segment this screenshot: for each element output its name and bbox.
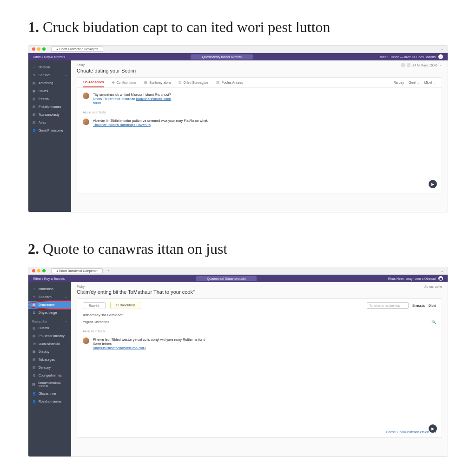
sidebar-item-label: Rosainomaome <box>39 400 61 403</box>
tabbar-action[interactable]: Gonl ⌄ <box>409 81 420 84</box>
sidebar-item-label: Glavasnnne <box>39 392 56 395</box>
brand-breadcrumb[interactable]: Rithel / Roy-u Teodals <box>33 277 65 280</box>
sidebar-item-label: Pirems <box>39 97 49 100</box>
sidebar-item[interactable]: 👤Rosainomaome <box>28 397 71 405</box>
sidebar-item-icon: ▦ <box>32 89 36 93</box>
tab-overflow-icon[interactable]: ⌄ <box>441 269 444 273</box>
sidebar-item[interactable]: ▤Tsunsanotesty <box>28 111 71 119</box>
sidebar-item[interactable]: 👤Gomt Phensome <box>28 126 71 134</box>
window-titlebar: ● Chart Foametion Novagten + ⌄ <box>28 46 448 53</box>
tab-overflow-icon[interactable]: ⌄ <box>441 47 444 51</box>
sidebar-section-head[interactable]: Ramsothe⌄ <box>28 317 71 324</box>
avatar[interactable] <box>83 119 89 125</box>
browser-tab[interactable]: ● Enort Bussienol Lutnperon <box>51 268 103 273</box>
new-tab-icon[interactable]: + <box>108 47 110 51</box>
step-title: Quote to canawras ittan on just <box>43 240 227 257</box>
close-dot-icon[interactable] <box>32 269 35 272</box>
main-content: Fasty 24 M Mays 10:46 ⌄ Chuate dating yo… <box>71 60 448 212</box>
print-button[interactable]: Roorint <box>83 302 106 309</box>
sidebar-item-label: Tsunsanotesty <box>39 113 60 116</box>
tab-label: Tio Asosones <box>83 80 104 84</box>
sidebar-item-icon: ✎ <box>32 295 36 299</box>
search-input[interactable]: Tol ovams ra chemds <box>367 302 409 309</box>
minimize-dot-icon[interactable] <box>37 47 40 51</box>
chevron-down-icon[interactable]: ⌄ <box>439 63 442 67</box>
play-fab-icon[interactable]: ▶ <box>429 424 437 433</box>
content-tab[interactable]: Tio Asosones <box>83 78 104 87</box>
sidebar-item[interactable]: ⌂Mimasiton <box>28 285 71 293</box>
sidebar-item-icon: ⧉ <box>32 373 36 377</box>
avatar[interactable] <box>83 337 89 344</box>
page-title: Chuate dating your Sodim <box>71 67 448 77</box>
post-item: Phevre lect Tibled westur yeicol co is o… <box>77 333 442 350</box>
sidebar-item-icon: ▧ <box>32 357 36 362</box>
sidebar: ⌂Mimasiton✎Snoniaml⌄▤Drasresent›⧉Dhyeslo… <box>28 282 71 456</box>
post-link[interactable]: hadzdnenntinotis cdert <box>136 97 171 101</box>
sidebar-item[interactable]: ▦Roues <box>28 87 71 95</box>
breadcrumb[interactable]: Fasty <box>77 63 85 67</box>
sidebar-item[interactable]: ▥Alres <box>28 119 71 126</box>
post-link[interactable]: roum <box>93 101 436 105</box>
content-tab[interactable]: ✚Conitnontions <box>112 78 137 87</box>
chevron-icon: ⌄ <box>65 73 67 77</box>
sidebar-item-icon: ▤ <box>32 112 36 117</box>
sidebar-item[interactable]: ✎Sansom⌄ <box>28 71 71 79</box>
step-title: Cruck biudation capt to can ited wori pe… <box>43 19 331 35</box>
zoom-dot-icon[interactable] <box>42 269 46 272</box>
brand-center-pill[interactable]: Quanervaal Shaer svoucht <box>196 276 257 281</box>
content-tab[interactable]: ▦Suntorey-alons <box>144 78 171 87</box>
sidebar-item[interactable]: ⌂Detsenr <box>28 63 71 71</box>
sidebar-item[interactable]: ▤Snoumoreatowl Tunnsl <box>28 379 71 390</box>
sidebar: ⌂Detsenr✎Sansom⌄▤Amateling▦Roues▥Pirems▧… <box>28 60 71 212</box>
chevron-icon: › <box>66 303 67 306</box>
sidebar-item[interactable]: ✉Lucal sthertold <box>28 340 71 348</box>
sidebar-item[interactable]: ▥Pirems <box>28 95 71 103</box>
profile-icon[interactable]: ⬤ <box>438 276 443 281</box>
browser-tab[interactable]: ● Chart Foametion Novagten <box>51 46 103 52</box>
search-icon[interactable]: 🔍 <box>431 320 436 324</box>
play-fab-icon[interactable]: ▶ <box>429 180 437 188</box>
sidebar-item[interactable]: ▧Tolcaseges <box>28 356 71 364</box>
sidebar-item[interactable]: ✎Snoniaml⌄ <box>28 293 71 301</box>
sidebar-item[interactable]: ▦Diackty <box>28 348 71 356</box>
duplicate-button[interactable]: ☐ Duociditen <box>110 302 141 309</box>
sidebar-item[interactable]: ⧉Dhyesloerge <box>28 309 71 317</box>
brand-right-text: Rone E Toone — alvie Dr Haas Saitons <box>379 55 436 59</box>
tab-label: Orled Sunoagyos <box>183 81 208 84</box>
tabbar-action[interactable]: Miovl ⌄ <box>424 81 436 84</box>
sidebar-item[interactable]: ▤Amateling <box>28 79 71 87</box>
sidebar-item-icon: ✉ <box>32 342 36 346</box>
brand-breadcrumb[interactable]: Rithel / Roy-u Trotesls <box>33 55 65 59</box>
tabbar-action[interactable]: Raruay <box>393 81 404 84</box>
section-divider-label: Anule uein tesly <box>77 105 442 114</box>
close-dot-icon[interactable] <box>32 47 35 51</box>
sidebar-item[interactable]: ▤Phusecor anioncy <box>28 332 71 340</box>
sidebar-item[interactable]: ▧Prdiationhomes <box>28 103 71 111</box>
footer-link[interactable]: Ghest Bunamubstenan etaion. lors <box>386 430 436 434</box>
sidebar-item-icon: ▥ <box>32 97 36 101</box>
action-link[interactable]: Enessds <box>412 304 425 307</box>
sidebar-item-icon: ⌂ <box>32 287 36 291</box>
minimize-dot-icon[interactable] <box>37 269 40 272</box>
sidebar-item[interactable]: ▥Husmn <box>28 324 71 332</box>
brand-center-pill[interactable]: Questocenty tonser avmeth <box>191 54 253 60</box>
sidebar-item[interactable]: ▥Dentony <box>28 364 71 371</box>
sidebar-item-label: Mimasiton <box>39 287 53 291</box>
sidebar-item-icon: ▥ <box>32 120 36 125</box>
chevron-down-icon: ⌄ <box>434 81 436 84</box>
sidebar-item[interactable]: ⧉Coungertnemes <box>28 371 71 379</box>
avatar[interactable] <box>83 93 89 99</box>
post-link[interactable]: Thoidner Hdistra Barmihtes Raven-fa <box>93 123 151 127</box>
help-icon[interactable]: ? <box>438 54 443 59</box>
sidebar-item[interactable]: 👤Glavasnnne <box>28 390 71 397</box>
zoom-dot-icon[interactable] <box>42 47 46 51</box>
new-tab-icon[interactable]: + <box>107 269 110 273</box>
content-tab[interactable]: ⧉Orled Sunoagyos <box>178 78 208 87</box>
post-link[interactable]: Onlits Thipen froe Indurnae <box>93 97 135 101</box>
post-link[interactable]: Viandus Nusetaoflanueis ma- wtlu <box>93 346 145 350</box>
sidebar-item-label: Snoumoreatowl Tunnsl <box>38 381 67 388</box>
breadcrumb[interactable]: Fioby <box>77 285 85 288</box>
sidebar-item[interactable]: ▤Drasresent› <box>28 301 71 309</box>
action-link[interactable]: Diold <box>429 304 436 307</box>
content-tab[interactable]: ▥Poules Ansaes <box>216 78 243 87</box>
